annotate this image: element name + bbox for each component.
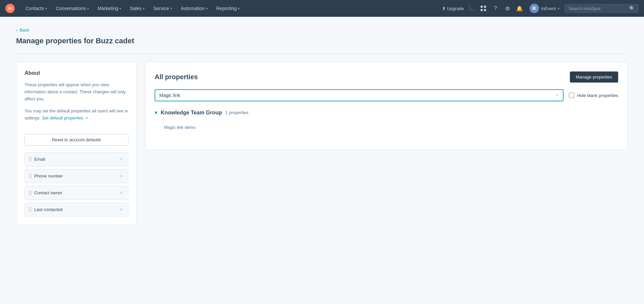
chevron-down-icon: ▾ bbox=[87, 7, 89, 10]
property-search-input[interactable] bbox=[159, 93, 553, 98]
set-default-properties-link[interactable]: Set default properties ↗ bbox=[42, 115, 88, 122]
all-properties-title: All properties bbox=[155, 73, 198, 81]
property-display-name: Magic link demo bbox=[164, 125, 196, 130]
search-icon: 🔍 bbox=[629, 6, 635, 11]
divider bbox=[16, 53, 628, 54]
drag-handle-icon bbox=[29, 174, 32, 178]
list-item[interactable]: Contact owner × bbox=[24, 186, 128, 200]
hide-blank-checkbox[interactable] bbox=[569, 93, 574, 98]
group-title: Knowledge Team Group bbox=[161, 110, 222, 116]
chevron-down-icon: ▾ bbox=[119, 7, 121, 10]
property-search-box: × bbox=[155, 89, 564, 101]
main-layout: About These properties will appear when … bbox=[16, 62, 628, 225]
search-filter-row: × Hide blank properties bbox=[155, 89, 618, 101]
call-icon[interactable]: 📞 bbox=[467, 4, 476, 13]
nav-automation[interactable]: Automation ▾ bbox=[177, 0, 212, 17]
chevron-down-icon: ▾ bbox=[170, 7, 172, 10]
chevron-down-icon: ▾ bbox=[45, 7, 47, 10]
list-item[interactable]: Phone number × bbox=[24, 169, 128, 183]
chevron-down-icon[interactable]: ▾ bbox=[155, 109, 157, 116]
reset-to-defaults-button[interactable]: Reset to account defaults bbox=[24, 134, 128, 146]
avatar: IE bbox=[530, 4, 539, 13]
nav-contacts[interactable]: Contacts ▾ bbox=[21, 0, 51, 17]
svg-rect-2 bbox=[481, 6, 483, 8]
remove-property-button[interactable]: × bbox=[118, 206, 124, 213]
drag-handle-icon bbox=[29, 157, 32, 161]
nav-search-box: 🔍 bbox=[565, 4, 639, 13]
property-name: Last contacted bbox=[34, 207, 63, 212]
svg-text:H: H bbox=[8, 6, 12, 11]
hide-blank-row: Hide blank properties bbox=[569, 93, 618, 98]
nav-links: Contacts ▾ Conversations ▾ Marketing ▾ S… bbox=[21, 0, 442, 17]
manage-properties-button[interactable]: Manage properties bbox=[570, 71, 618, 83]
chevron-down-icon: ▾ bbox=[206, 7, 208, 10]
remove-property-button[interactable]: × bbox=[118, 173, 124, 180]
about-description-2: You may set the default properties all u… bbox=[24, 108, 128, 122]
drag-handle-icon bbox=[29, 191, 32, 195]
nav-marketing[interactable]: Marketing ▾ bbox=[94, 0, 125, 17]
remove-property-button[interactable]: × bbox=[118, 156, 124, 163]
property-name: Contact owner bbox=[34, 190, 62, 195]
chevron-down-icon: ▾ bbox=[143, 7, 145, 10]
drag-handle-icon bbox=[29, 207, 32, 212]
about-description-1: These properties will appear when you vi… bbox=[24, 82, 128, 102]
top-navigation: H Contacts ▾ Conversations ▾ Marketing ▾… bbox=[0, 0, 644, 17]
marketplace-icon[interactable] bbox=[479, 4, 488, 13]
chevron-down-icon: ▾ bbox=[558, 7, 559, 10]
list-item[interactable]: Email × bbox=[24, 152, 128, 166]
chevron-down-icon: ▾ bbox=[238, 7, 239, 10]
left-panel: About These properties will appear when … bbox=[16, 62, 137, 225]
upgrade-button[interactable]: ⬆ Upgrade bbox=[442, 6, 464, 11]
nav-conversations[interactable]: Conversations ▾ bbox=[52, 0, 93, 17]
search-clear-button[interactable]: × bbox=[556, 93, 559, 98]
svg-rect-4 bbox=[481, 9, 483, 11]
notifications-icon[interactable]: 🔔 bbox=[515, 4, 524, 13]
properties-grid: Magic link demo bbox=[155, 121, 618, 134]
back-link[interactable]: ‹ Back bbox=[16, 28, 628, 33]
list-item[interactable]: Last contacted × bbox=[24, 203, 128, 217]
chevron-left-icon: ‹ bbox=[16, 28, 17, 33]
page-title: Manage properties for Buzz cadet bbox=[16, 37, 628, 45]
right-panel-header: All properties Manage properties bbox=[155, 71, 618, 83]
nav-reporting[interactable]: Reporting ▾ bbox=[212, 0, 244, 17]
hubspot-logo[interactable]: H bbox=[5, 4, 15, 13]
hide-blank-label[interactable]: Hide blank properties bbox=[577, 93, 618, 98]
property-list: Email × Phone number × bbox=[24, 152, 128, 217]
nav-right-section: ⬆ Upgrade 📞 ? ⚙ 🔔 IE InEvent ▾ 🔍 bbox=[442, 2, 639, 14]
nav-search-input[interactable] bbox=[569, 6, 627, 11]
property-name: Email bbox=[34, 157, 45, 162]
external-link-icon: ↗ bbox=[85, 115, 88, 121]
remove-property-button[interactable]: × bbox=[118, 190, 124, 196]
group-header: ▾ Knowledge Team Group 1 properties bbox=[155, 109, 618, 116]
group-count: 1 properties bbox=[225, 110, 249, 115]
nav-service[interactable]: Service ▾ bbox=[149, 0, 176, 17]
settings-icon[interactable]: ⚙ bbox=[503, 4, 512, 13]
right-panel: All properties Manage properties × Hide … bbox=[145, 62, 628, 150]
svg-rect-5 bbox=[484, 9, 486, 11]
page-content: ‹ Back Manage properties for Buzz cadet … bbox=[0, 17, 644, 304]
table-row: Magic link demo bbox=[164, 121, 618, 134]
about-title: About bbox=[24, 70, 128, 76]
user-menu[interactable]: IE InEvent ▾ bbox=[527, 2, 562, 14]
property-name: Phone number bbox=[34, 173, 63, 179]
nav-sales[interactable]: Sales ▾ bbox=[126, 0, 149, 17]
svg-rect-3 bbox=[484, 6, 486, 8]
help-icon[interactable]: ? bbox=[491, 4, 500, 13]
property-group-section: ▾ Knowledge Team Group 1 properties Magi… bbox=[155, 109, 618, 134]
